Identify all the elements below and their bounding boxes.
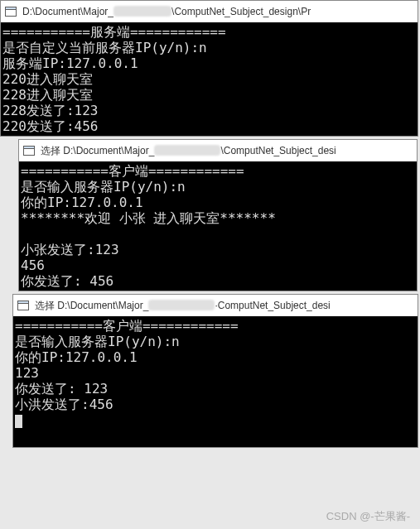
svg-rect-1 — [6, 7, 17, 10]
svg-rect-5 — [18, 301, 29, 304]
line: 220发送了:456 — [2, 118, 98, 134]
line: 小张发送了:123 — [21, 242, 119, 257]
titlebar-server[interactable]: D:\Document\Major_\ComputNet_Subject_des… — [1, 1, 418, 22]
banner-client2: ===========客户端============ — [15, 318, 239, 334]
banner-server: ===========服务端============ — [2, 24, 226, 40]
line: 服务端IP:127.0.0.1 — [2, 55, 138, 71]
cursor — [15, 415, 22, 428]
line: 是否输入服务器IP(y/n):n — [21, 179, 186, 195]
line: 456 — [21, 257, 45, 273]
banner-client1: ===========客户端============ — [21, 163, 244, 179]
watermark-text: CSDN @-芒果酱- — [326, 509, 410, 524]
console-output-server[interactable]: ===========服务端============ 是否自定义当前服务器IP(… — [1, 22, 418, 136]
line: 小洪发送了:456 — [15, 397, 113, 412]
title-text-server: D:\Document\Major_\ComputNet_Subject_des… — [22, 6, 311, 17]
server-console-window: D:\Document\Major_\ComputNet_Subject_des… — [0, 0, 418, 137]
line: 你发送了: 456 — [21, 273, 113, 289]
line: 你的IP:127.0.0.1 — [15, 349, 138, 365]
console-icon — [4, 5, 17, 18]
line: 228发送了:123 — [2, 103, 98, 118]
line: 220进入聊天室 — [2, 71, 93, 87]
console-icon — [17, 299, 30, 312]
line: 你的IP:127.0.0.1 — [21, 195, 143, 210]
console-output-client1[interactable]: ===========客户端============ 是否输入服务器IP(y/n… — [19, 161, 417, 291]
svg-rect-3 — [24, 147, 35, 149]
line: 你发送了: 123 — [15, 381, 108, 397]
titlebar-client2[interactable]: 选择 D:\Document\Major_·ComputNet_Subject_… — [13, 295, 418, 316]
client2-console-window: 选择 D:\Document\Major_·ComputNet_Subject_… — [12, 294, 418, 448]
client1-console-window: 选择 D:\Document\Major_\ComputNet_Subject_… — [18, 139, 418, 291]
line: 228进入聊天室 — [2, 87, 93, 103]
titlebar-client1[interactable]: 选择 D:\Document\Major_\ComputNet_Subject_… — [19, 140, 417, 161]
title-text-client1: 选择 D:\Document\Major_\ComputNet_Subject_… — [41, 144, 336, 158]
console-output-client2[interactable]: ===========客户端============ 是否输入服务器IP(y/n… — [13, 316, 418, 447]
line: ********欢迎 小张 进入聊天室******* — [21, 210, 276, 226]
line: 123 — [15, 365, 39, 381]
line: 是否输入服务器IP(y/n):n — [15, 334, 180, 349]
line: 是否自定义当前服务器IP(y/n):n — [2, 40, 207, 55]
console-icon — [22, 144, 36, 157]
title-text-client2: 选择 D:\Document\Major_·ComputNet_Subject_… — [35, 299, 331, 313]
